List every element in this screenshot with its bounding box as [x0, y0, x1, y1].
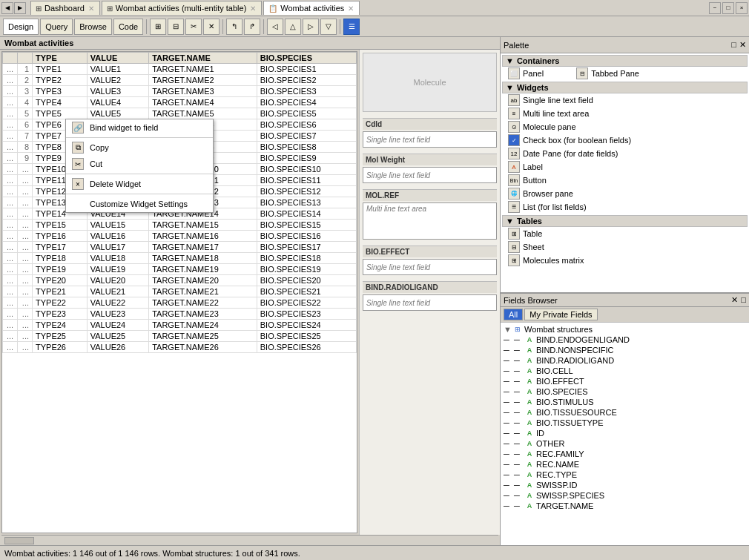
tree-id[interactable]: ─ ─ A ID — [502, 428, 748, 438]
tree-target-name[interactable]: ─ ─ A TARGET.NAME — [502, 501, 748, 511]
expand-wombat[interactable]: ▼ — [504, 325, 511, 334]
row-expand-13[interactable]: ... — [3, 208, 18, 220]
table-row[interactable]: ... ... TYPE15 VALUE15 TARGET.NAME15 BIO… — [3, 220, 357, 231]
row-expand-25[interactable]: ... — [3, 342, 18, 353]
radioligand-input[interactable] — [363, 294, 497, 311]
row-expand-1[interactable]: ... — [3, 75, 18, 86]
h-scroll-thumb[interactable] — [4, 537, 34, 544]
nav-left-btn[interactable]: ◀ — [1, 2, 13, 14]
tree-other[interactable]: ─ ─ A OTHER — [502, 438, 748, 449]
widgets-header[interactable]: ▼ Widgets — [502, 82, 748, 93]
row-expand-2[interactable]: ... — [3, 86, 18, 97]
icon-btn-back[interactable]: ↰ — [226, 19, 242, 35]
icon-btn-al[interactable]: ◁ — [267, 19, 283, 35]
row-expand-7[interactable]: ... — [3, 142, 18, 153]
row-expand-6[interactable]: ... — [3, 131, 18, 142]
palette-panel-item[interactable]: ⬜ Panel ⊟ Tabbed Pane — [502, 67, 748, 80]
row-expand-14[interactable]: ... — [3, 220, 18, 231]
tab-multi-entity[interactable]: ⊞ Wombat activities (multi-entity table)… — [102, 1, 262, 15]
row-expand-11[interactable]: ... — [3, 186, 18, 197]
h-scrollbar[interactable] — [1, 535, 498, 545]
table-row[interactable]: ... ... TYPE23 VALUE23 TARGET.NAME23 BIO… — [3, 309, 357, 320]
palette-singletext-item[interactable]: ab Single line text field — [502, 93, 748, 107]
table-row[interactable]: ... 5 TYPE5 VALUE5 TARGET.NAME5 BIO.SPEC… — [3, 108, 357, 119]
row-expand-8[interactable]: ... — [3, 153, 18, 164]
tree-swissp-id[interactable]: ─ ─ A SWISSP.ID — [502, 480, 748, 490]
fields-tree[interactable]: ▼ ⊞ Wombat structures ─ ─ A BIND.ENDOGEN… — [501, 323, 749, 545]
cdid-input[interactable] — [363, 131, 497, 148]
row-expand-19[interactable]: ... — [3, 275, 18, 286]
icon-btn-ar[interactable]: ▷ — [303, 19, 319, 35]
tree-bind-nonspecific[interactable]: ─ ─ A BIND.NONSPECIFIC — [502, 345, 748, 355]
tab-dashboard[interactable]: ⊞ Dashboard ✕ — [30, 1, 100, 15]
icon-btn-2[interactable]: ⊟ — [168, 19, 184, 35]
tree-bio-stimulus[interactable]: ─ ─ A BIO.STIMULUS — [502, 397, 748, 407]
containers-header[interactable]: ▼ Containers — [502, 55, 748, 67]
table-row[interactable]: ... 1 TYPE1 VALUE1 TARGET.NAME1 BIO.SPEC… — [3, 64, 357, 75]
molweight-input[interactable] — [363, 167, 497, 183]
molref-textarea[interactable] — [363, 202, 497, 240]
ctx-bind[interactable]: 🔗 Bind widget to field — [66, 119, 213, 136]
table-row[interactable]: ... ... TYPE24 VALUE24 TARGET.NAME24 BIO… — [3, 320, 357, 331]
tree-bio-effect[interactable]: ─ ─ A BIO.EFFECT — [502, 376, 748, 386]
tree-rec-family[interactable]: ─ ─ A REC.FAMILY — [502, 449, 748, 459]
tree-bio-species[interactable]: ─ ─ A BIO.SPECIES — [502, 386, 748, 397]
tables-header[interactable]: ▼ Tables — [502, 215, 748, 227]
table-row[interactable]: ... ... TYPE21 VALUE21 TARGET.NAME21 BIO… — [3, 286, 357, 297]
window-minimize-btn[interactable]: − — [709, 2, 721, 14]
palette-browser-item[interactable]: 🌐 Browser pane — [502, 187, 748, 200]
tree-rec-name[interactable]: ─ ─ A REC.NAME — [502, 459, 748, 470]
palette-table-item[interactable]: ⊞ Table — [502, 227, 748, 240]
bioeffect-input[interactable] — [363, 259, 497, 275]
row-expand-18[interactable]: ... — [3, 264, 18, 275]
palette-date-item[interactable]: 12 Date Pane (for date fields) — [502, 147, 748, 160]
tab-all[interactable]: All — [504, 309, 523, 320]
design-btn[interactable]: Design — [3, 19, 39, 35]
col-type[interactable]: TYPE — [33, 53, 88, 64]
icon-btn-x[interactable]: ✕ — [203, 19, 220, 35]
icon-btn-fwd[interactable]: ↱ — [244, 19, 260, 35]
palette-restore-btn[interactable]: □ — [731, 40, 736, 50]
table-row[interactable]: ... ... TYPE19 VALUE19 TARGET.NAME19 BIO… — [3, 264, 357, 275]
row-expand-24[interactable]: ... — [3, 331, 18, 342]
table-row[interactable]: ... ... TYPE16 VALUE16 TARGET.NAME16 BIO… — [3, 231, 357, 242]
col-expand[interactable] — [3, 53, 18, 64]
table-row[interactable]: ... ... TYPE17 VALUE17 TARGET.NAME17 BIO… — [3, 242, 357, 253]
row-expand-12[interactable]: ... — [3, 197, 18, 208]
nav-right-btn[interactable]: ▶ — [14, 2, 26, 14]
icon-btn-ab[interactable]: ▽ — [320, 19, 337, 35]
icon-btn-ac[interactable]: △ — [285, 19, 301, 35]
window-close-btn[interactable]: × — [736, 2, 748, 14]
row-expand-3[interactable]: ... — [3, 97, 18, 108]
table-row[interactable]: ... ... TYPE18 VALUE18 TARGET.NAME18 BIO… — [3, 253, 357, 264]
row-expand-17[interactable]: ... — [3, 253, 18, 264]
icon-btn-1[interactable]: ⊞ — [150, 19, 166, 35]
row-expand-20[interactable]: ... — [3, 286, 18, 297]
col-bio[interactable]: BIO.SPECIES — [257, 53, 356, 64]
row-expand-22[interactable]: ... — [3, 309, 18, 320]
tree-swissp-species[interactable]: ─ ─ A SWISSP.SPECIES — [502, 490, 748, 501]
tree-bio-tissuetype[interactable]: ─ ─ A BIO.TISSUETYPE — [502, 418, 748, 428]
ctx-cut[interactable]: ✂ Cut — [66, 156, 213, 172]
palette-molecule-item[interactable]: ⊙ Molecule pane — [502, 120, 748, 134]
fields-restore-btn[interactable]: □ — [741, 295, 746, 305]
row-expand-16[interactable]: ... — [3, 242, 18, 253]
row-expand-10[interactable]: ... — [3, 175, 18, 186]
col-value[interactable]: VALUE — [87, 53, 148, 64]
tree-bind-endogen[interactable]: ─ ─ A BIND.ENDOGENLIGAND — [502, 335, 748, 345]
fields-close-btn[interactable]: ✕ — [731, 295, 738, 305]
palette-molmatrix-item[interactable]: ⊞ Molecules matrix — [502, 254, 748, 267]
table-row[interactable]: ... 4 TYPE4 VALUE4 TARGET.NAME4 BIO.SPEC… — [3, 97, 357, 108]
palette-checkbox-item[interactable]: ✓ Check box (for boolean fields) — [502, 134, 748, 147]
tab-private[interactable]: My Private Fields — [524, 309, 597, 320]
ctx-delete[interactable]: × Delete Widget — [66, 176, 213, 192]
row-expand-9[interactable]: ... — [3, 164, 18, 175]
code-btn[interactable]: Code — [113, 19, 143, 35]
icon-btn-3[interactable]: ✂ — [185, 19, 202, 35]
tree-wombat-structures[interactable]: ▼ ⊞ Wombat structures — [502, 324, 748, 335]
row-expand-5[interactable]: ... — [3, 119, 18, 131]
query-btn[interactable]: Query — [40, 19, 73, 35]
col-target[interactable]: TARGET.NAME — [149, 53, 257, 64]
browse-btn[interactable]: Browse — [74, 19, 112, 35]
table-row[interactable]: ... 3 TYPE3 VALUE3 TARGET.NAME3 BIO.SPEC… — [3, 86, 357, 97]
